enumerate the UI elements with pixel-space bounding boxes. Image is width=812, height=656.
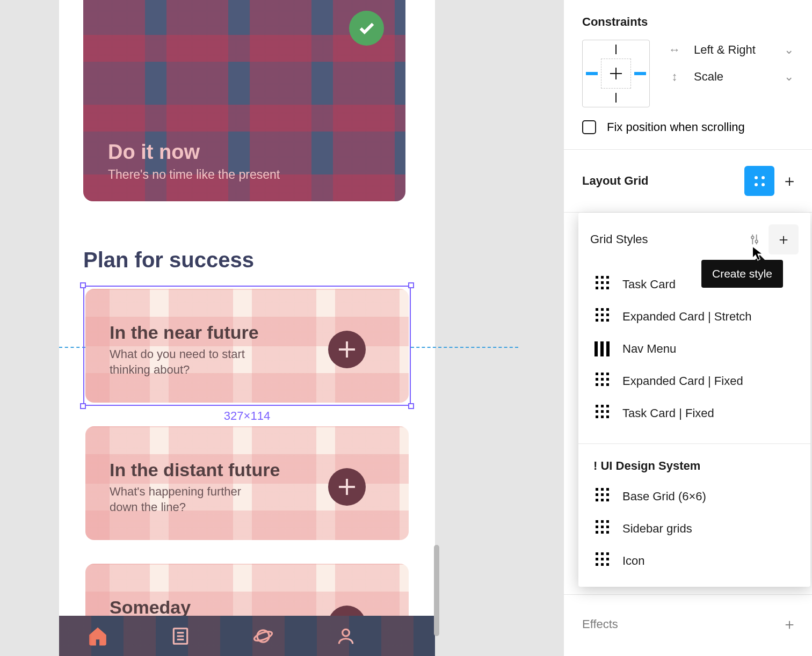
resize-handle-br[interactable] — [408, 403, 414, 409]
nav-planet-icon[interactable] — [251, 624, 275, 648]
grid-style-item[interactable]: Sidebar grids — [578, 513, 810, 545]
grid-style-label: Task Card — [622, 278, 676, 291]
pin-right-icon[interactable] — [634, 72, 646, 75]
check-icon — [349, 11, 384, 46]
divider — [578, 443, 810, 444]
nav-home-icon[interactable] — [86, 624, 110, 648]
grid-style-label: Icon — [622, 554, 645, 568]
grid-dots-icon — [755, 176, 765, 186]
grid-style-item[interactable]: Icon — [578, 545, 810, 577]
grid-columns-icon — [593, 340, 611, 358]
svg-point-5 — [253, 630, 273, 643]
grid-style-label: Sidebar grids — [622, 522, 692, 536]
vertical-arrow-icon: ↕ — [668, 70, 681, 84]
smart-guide-right — [411, 347, 518, 348]
nav-list-icon[interactable] — [169, 624, 192, 648]
add-layout-grid-button[interactable]: ＋ — [780, 171, 799, 191]
grid-styles-popover-title: Grid Styles — [590, 232, 648, 246]
fix-position-label: Fix position when scrolling — [607, 120, 745, 134]
smart-guide-left — [59, 347, 85, 348]
pin-left-icon[interactable] — [586, 72, 598, 75]
fix-position-checkbox[interactable] — [582, 120, 596, 134]
section-title: Plan for success — [83, 248, 254, 272]
grid-style-label: Base Grid (6×6) — [622, 490, 706, 504]
canvas[interactable]: Do it now There's no time like the prese… — [59, 0, 435, 656]
grid-style-item[interactable]: Nav Menu — [578, 333, 810, 365]
add-icon[interactable] — [328, 468, 366, 506]
svg-point-7 — [751, 236, 754, 239]
fix-position-row[interactable]: Fix position when scrolling — [564, 107, 812, 134]
canvas-scrollbar[interactable] — [434, 545, 439, 636]
grid-style-label: Task Card | Fixed — [622, 406, 714, 420]
grid-dots-icon — [593, 373, 611, 390]
vertical-constraint-select[interactable]: ↕ Scale ⌄ — [668, 70, 794, 84]
grid-dots-icon — [593, 276, 611, 293]
create-style-button[interactable]: ＋ — [769, 224, 799, 254]
pin-top-icon[interactable] — [615, 45, 617, 54]
nav-profile-icon[interactable] — [334, 624, 358, 648]
card-subtitle: What's happening further down the line? — [110, 484, 271, 515]
inspector-panel: Constraints ↔ Left & Right ⌄ ↕ Scale ⌄ — [563, 0, 812, 656]
cursor-icon — [752, 246, 764, 261]
hero-title: Do it now — [108, 141, 200, 164]
grid-dots-icon — [593, 488, 611, 505]
horizontal-arrow-icon: ↔ — [668, 43, 681, 57]
grid-styles-button[interactable] — [744, 166, 774, 196]
grid-style-item[interactable]: Expanded Card | Stretch — [578, 301, 810, 333]
resize-handle-tr[interactable] — [408, 282, 414, 288]
grid-style-label: Nav Menu — [622, 342, 676, 356]
grid-style-label: Expanded Card | Stretch — [622, 310, 752, 324]
layout-grid-header: Layout Grid ＋ — [564, 150, 812, 213]
pin-bottom-icon[interactable] — [615, 93, 617, 103]
grid-dots-icon — [593, 308, 611, 325]
selection-dimensions: 327×114 — [224, 409, 270, 423]
grid-dots-icon — [593, 552, 611, 570]
library-styles-list: Base Grid (6×6) Sidebar grids Icon — [578, 478, 810, 587]
grid-dots-icon — [593, 520, 611, 537]
library-section-title: ! UI Design System — [578, 454, 810, 478]
vertical-constraint-value: Scale — [694, 70, 723, 84]
horizontal-constraint-select[interactable]: ↔ Left & Right ⌄ — [668, 43, 794, 57]
resize-handle-bl[interactable] — [80, 403, 86, 409]
chevron-down-icon: ⌄ — [784, 70, 794, 84]
resize-handle-tl[interactable] — [80, 282, 86, 288]
constraint-center-icon — [601, 59, 631, 89]
hero-card[interactable]: Do it now There's no time like the prese… — [83, 0, 405, 201]
grid-style-item[interactable]: Base Grid (6×6) — [578, 480, 810, 513]
svg-point-6 — [343, 629, 350, 636]
grid-dots-icon — [593, 405, 611, 422]
effects-title: Effects — [582, 617, 618, 631]
hero-subtitle: There's no time like the present — [108, 167, 280, 182]
constraints-title: Constraints — [564, 15, 812, 40]
grid-style-label: Expanded Card | Fixed — [622, 374, 743, 388]
selection-border — [83, 286, 411, 406]
grid-style-item[interactable]: Task Card | Fixed — [578, 397, 810, 429]
bottom-nav — [59, 616, 435, 656]
tooltip: Create style — [701, 260, 783, 288]
constraints-section: Constraints ↔ Left & Right ⌄ ↕ Scale ⌄ — [564, 0, 812, 150]
effects-section: Effects ＋ — [564, 594, 812, 656]
horizontal-constraint-value: Left & Right — [694, 43, 756, 57]
grid-style-item[interactable]: Expanded Card | Fixed — [578, 365, 810, 397]
svg-point-10 — [755, 240, 758, 243]
chevron-down-icon: ⌄ — [784, 43, 794, 57]
card-title: In the distant future — [110, 460, 280, 480]
add-effect-button[interactable]: ＋ — [782, 614, 797, 635]
local-styles-list: Task Card Expanded Card | Stretch Nav Me… — [578, 266, 810, 439]
constraint-widget[interactable] — [582, 40, 650, 107]
grid-overlay — [59, 616, 435, 656]
card-title: Someday — [110, 597, 191, 618]
layout-grid-title: Layout Grid — [582, 174, 648, 188]
task-card[interactable]: In the distant future What's happening f… — [85, 426, 409, 540]
selected-frame[interactable]: In the near future What do you need to s… — [83, 286, 411, 406]
